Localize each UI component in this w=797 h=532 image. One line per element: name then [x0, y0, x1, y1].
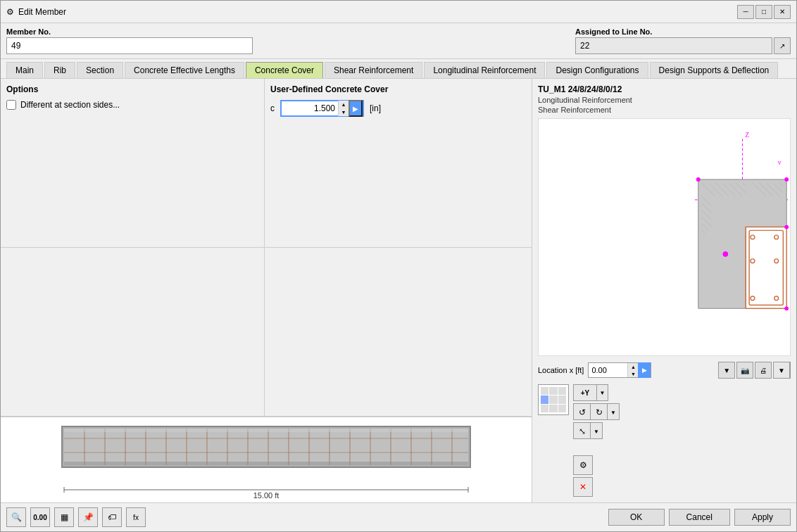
section-diagram-svg: Z v y u [539, 119, 790, 355]
tab-concrete-cover[interactable]: Concrete Cover [246, 62, 323, 78]
assigned-group: Assigned to Line No. ↗ [575, 27, 791, 54]
tabs-bar: Main Rib Section Concrete Effective Leng… [1, 59, 796, 79]
rotate-combo: ↺ ↻ ▼ [573, 403, 620, 420]
pin-tool-button[interactable]: 📌 [78, 507, 98, 527]
longitudinal-label: Longitudinal Reinforcement [538, 96, 791, 104]
side-tools-area: +Y ▼ ↺ ↻ ▼ ⤡ [538, 384, 791, 497]
scale-dropdown[interactable]: ▼ [591, 423, 602, 439]
print-icon-button[interactable]: 🖨 [755, 362, 772, 379]
svg-point-66 [784, 306, 789, 310]
tab-design-supports[interactable]: Design Supports & Deflection [650, 62, 779, 78]
grid-cell-8 [549, 405, 557, 412]
svg-rect-23 [64, 429, 468, 432]
assigned-input[interactable] [575, 37, 772, 54]
apply-button[interactable]: Apply [734, 509, 791, 526]
grid-cell-1 [541, 387, 548, 395]
svg-point-62 [722, 251, 728, 257]
print-dropdown-button[interactable]: ▼ [774, 362, 790, 378]
restore-button[interactable]: □ [755, 5, 772, 19]
top-row: Options Different at section sides... Us… [1, 79, 532, 248]
member-no-group: Member No. [6, 27, 253, 54]
beam-svg [58, 423, 474, 479]
cover-value-input[interactable] [282, 102, 338, 115]
cover-spin-up[interactable]: ▲ [339, 101, 349, 108]
rotate-left-button[interactable]: ↺ [574, 404, 591, 420]
location-row: Location x [ft] ▲ ▼ ▶ ▼ 📷 🖨 ▼ [538, 362, 791, 379]
assigned-label: Assigned to Line No. [575, 27, 791, 36]
cover-c-label: c [270, 103, 275, 113]
content-area: Options Different at section sides... Us… [1, 79, 796, 502]
camera-icon-button[interactable]: 📷 [736, 362, 753, 379]
y-axis-button[interactable]: +Y [574, 385, 596, 400]
empty-right [265, 248, 532, 416]
svg-point-65 [784, 225, 789, 229]
minimize-button[interactable]: ─ [737, 5, 754, 19]
concrete-cover-title: User-Defined Concrete Cover [270, 84, 526, 94]
cover-input-row: c ▲ ▼ ▶ [in] [270, 100, 526, 117]
dimension-svg: 15.00 ft [58, 483, 474, 500]
grid-cell-7 [541, 405, 548, 412]
right-toolbar: ▼ 📷 🖨 ▼ [718, 362, 791, 379]
grid-tool-button[interactable]: ▦ [54, 507, 74, 527]
more-tools-row: ⤡ ▼ [573, 422, 620, 439]
tab-section[interactable]: Section [77, 62, 123, 78]
view-grid-selector[interactable] [538, 384, 569, 415]
right-panel: TU_M1 24/8/24/8/0/12 Longitudinal Reinfo… [532, 79, 796, 502]
delete-button[interactable]: ✕ [573, 477, 593, 497]
svg-point-63 [696, 177, 701, 182]
assigned-action-button[interactable]: ↗ [774, 37, 791, 54]
close-button[interactable]: ✕ [774, 5, 791, 19]
options-button[interactable]: ⚙ [573, 455, 593, 475]
bottom-toolbar: 🔍 0.00 ▦ 📌 🏷 fx OK Cancel Apply [1, 502, 796, 531]
y-axis-dropdown[interactable]: ▼ [596, 385, 608, 400]
cover-spin-down[interactable]: ▼ [339, 108, 349, 116]
different-sides-checkbox[interactable] [6, 100, 16, 110]
member-no-input[interactable] [6, 37, 253, 54]
location-input[interactable] [589, 365, 627, 376]
title-bar-controls: ─ □ ✕ [737, 5, 791, 19]
middle-row [1, 248, 532, 417]
filter-icon-button[interactable]: ▼ [718, 362, 735, 379]
scale-button[interactable]: ⤡ [574, 423, 591, 439]
different-sides-row: Different at section sides... [6, 100, 258, 110]
grid-cell-2 [549, 387, 557, 395]
empty-left [1, 248, 265, 416]
location-spin-up[interactable]: ▲ [628, 363, 638, 370]
location-label: Location x [ft] [538, 366, 584, 374]
ok-button[interactable]: OK [608, 509, 665, 526]
tag-tool-button[interactable]: 🏷 [102, 507, 122, 527]
options-section: Options Different at section sides... [1, 79, 265, 247]
window-title: Edit Member [18, 7, 66, 17]
tab-rib[interactable]: Rib [44, 62, 75, 78]
rotate-dropdown[interactable]: ▼ [608, 404, 619, 420]
location-go-button[interactable]: ▶ [638, 362, 651, 378]
bottom-tools-row: ⚙ [573, 455, 620, 475]
grid-cell-3 [558, 387, 566, 395]
rotate-right-button[interactable]: ↻ [591, 404, 608, 420]
tab-shear-reinforcement[interactable]: Shear Reinforcement [325, 62, 422, 78]
svg-rect-1 [64, 429, 468, 465]
grid-cell-9 [558, 405, 566, 412]
y-axis-row: +Y ▼ [573, 384, 620, 401]
numbers-tool-button[interactable]: 0.00 [30, 507, 50, 527]
svg-point-64 [784, 177, 789, 182]
view-controls: +Y ▼ ↺ ↻ ▼ ⤡ [573, 384, 620, 497]
tab-concrete-effective[interactable]: Concrete Effective Lengths [125, 62, 244, 78]
settings-tool-button[interactable]: fx [126, 507, 146, 527]
cancel-button[interactable]: Cancel [669, 509, 730, 526]
title-bar-left: ⚙ Edit Member [6, 7, 66, 17]
window-icon: ⚙ [6, 7, 14, 17]
member-no-label: Member No. [6, 27, 253, 36]
rotation-row: ↺ ↻ ▼ [573, 403, 620, 420]
beam-container: 15.00 ft [58, 423, 474, 502]
grid-cell-5 [549, 395, 557, 403]
tab-longitudinal-reinforcement[interactable]: Longitudinal Reinforcement [424, 62, 545, 78]
y-axis-combo: +Y ▼ [573, 384, 608, 401]
scale-combo: ⤡ ▼ [573, 422, 603, 439]
tab-main[interactable]: Main [6, 62, 43, 78]
search-tool-button[interactable]: 🔍 [6, 507, 26, 527]
left-panel: Options Different at section sides... Us… [1, 79, 532, 502]
cover-arrow-button[interactable]: ▶ [349, 100, 363, 117]
location-spin-down[interactable]: ▼ [628, 370, 638, 377]
tab-design-configurations[interactable]: Design Configurations [546, 62, 648, 78]
